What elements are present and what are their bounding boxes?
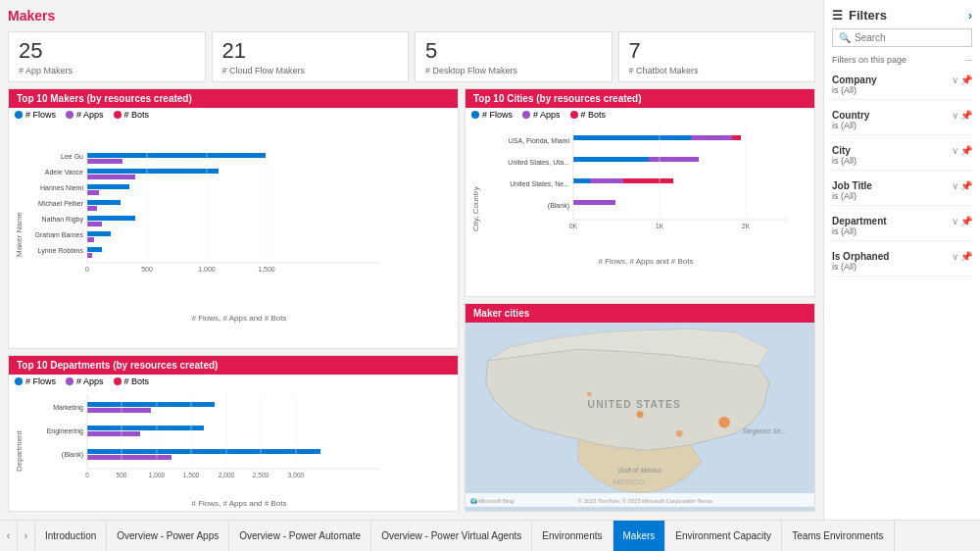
- filter-jobtitle[interactable]: Job Title ∨ 📌 is (All): [832, 176, 972, 206]
- svg-rect-57: [732, 135, 741, 140]
- svg-text:🌍 Microsoft Bing: 🌍 Microsoft Bing: [470, 497, 514, 505]
- svg-text:USA, Florida, Miami: USA, Florida, Miami: [509, 137, 570, 144]
- main-area: Makers 25 # App Makers 21 # Cloud Flow M…: [0, 0, 980, 520]
- jobtitle-chevron-icon[interactable]: ∨: [952, 180, 958, 191]
- tab-environment-capacity[interactable]: Environment Capacity: [665, 521, 782, 551]
- charts-row: Top 10 Makers (by resources created) # F…: [8, 88, 815, 512]
- company-chevron-icon[interactable]: ∨: [952, 75, 958, 85]
- city-chevron-icon[interactable]: ∨: [952, 145, 958, 156]
- tab-introduction[interactable]: Introduction: [35, 521, 107, 551]
- country-pin-icon[interactable]: 📌: [960, 110, 972, 121]
- dept-x-label: # Flows, # Apps and # Bots: [26, 499, 452, 508]
- kpi-desktop-number: 5: [425, 38, 602, 64]
- svg-rect-62: [573, 178, 590, 183]
- filter-collapse-icon[interactable]: ›: [968, 9, 972, 23]
- kpi-app-makers: 25 # App Makers: [8, 31, 206, 82]
- company-pin-icon[interactable]: 📌: [960, 75, 972, 85]
- legend-apps-label: # Apps: [76, 110, 104, 120]
- dept-pin-icon[interactable]: 📌: [960, 216, 972, 226]
- kpi-cloud-label: # Cloud Flow Makers: [222, 66, 399, 75]
- svg-text:Hannes Niemi: Hannes Niemi: [40, 184, 83, 191]
- dept-legend-bots-label: # Bots: [124, 376, 150, 386]
- cities-y-axis-label: City, Country: [471, 127, 483, 290]
- tab-overview-powerautomate[interactable]: Overview - Power Automate: [229, 521, 371, 551]
- tab-overview-pvagents[interactable]: Overview - Power Virtual Agents: [371, 521, 532, 551]
- svg-rect-17: [87, 237, 94, 242]
- flows-dot: [15, 111, 23, 119]
- filter-panel: ☰ Filters › 🔍 Filters on this page ··· C…: [823, 0, 980, 520]
- dept-bots-dot: [114, 377, 122, 385]
- legend-flows: # Flows: [15, 110, 56, 120]
- search-icon: 🔍: [839, 32, 851, 43]
- tab-environments[interactable]: Environments: [532, 521, 612, 551]
- svg-text:500: 500: [117, 472, 127, 478]
- cities-flows-dot: [471, 111, 479, 119]
- svg-text:Michael Peltier: Michael Peltier: [38, 200, 84, 207]
- svg-text:(Blank): (Blank): [548, 202, 569, 210]
- svg-rect-64: [623, 178, 673, 183]
- right-charts: Top 10 Cities (by resources created) # F…: [465, 88, 815, 512]
- svg-text:© 2023 TomTom; © 2023 Microsof: © 2023 TomTom; © 2023 Microsoft Corporat…: [578, 498, 712, 504]
- legend-bots: # Bots: [114, 110, 150, 120]
- tab-makers[interactable]: Makers: [613, 521, 666, 551]
- svg-rect-4: [87, 169, 219, 174]
- filter-orphaned[interactable]: Is Orphaned ∨ 📌 is (All): [832, 247, 972, 276]
- left-charts: Top 10 Makers (by resources created) # F…: [8, 88, 459, 512]
- nav-prev-arrow[interactable]: ‹: [0, 521, 18, 551]
- svg-text:United States, Ne...: United States, Ne...: [510, 180, 569, 187]
- svg-text:2K: 2K: [742, 223, 751, 229]
- svg-rect-20: [87, 253, 92, 258]
- kpi-app-makers-number: 25: [19, 38, 195, 64]
- svg-text:Adele Vance: Adele Vance: [45, 169, 83, 175]
- svg-rect-5: [87, 175, 135, 179]
- cities-legend: # Flows # Apps # Bots: [466, 108, 814, 122]
- svg-point-80: [676, 430, 683, 437]
- svg-rect-8: [87, 190, 99, 195]
- dept-bars: Marketing Engineering (Blank): [26, 394, 452, 508]
- svg-rect-66: [573, 200, 615, 205]
- svg-rect-16: [87, 231, 111, 236]
- svg-text:2,500: 2,500: [253, 472, 270, 478]
- svg-point-79: [637, 411, 644, 418]
- svg-text:2,000: 2,000: [219, 472, 235, 478]
- cities-legend-apps-label: # Apps: [533, 110, 561, 120]
- maker-cities-header: Maker cities: [466, 304, 814, 323]
- filter-company[interactable]: Company ∨ 📌 is (All): [832, 71, 972, 100]
- svg-rect-59: [573, 157, 649, 162]
- svg-rect-34: [87, 426, 204, 430]
- svg-text:1,000: 1,000: [198, 266, 216, 273]
- nav-next-arrow[interactable]: ›: [18, 521, 35, 551]
- country-chevron-icon[interactable]: ∨: [952, 110, 958, 121]
- bots-dot: [114, 111, 122, 119]
- dept-legend-bots: # Bots: [114, 376, 150, 386]
- dept-legend: # Flows # Apps # Bots: [9, 375, 458, 388]
- kpi-chatbot-label: # Chatbot Makers: [629, 66, 806, 75]
- filter-country[interactable]: Country ∨ 📌 is (All): [832, 106, 972, 135]
- dept-legend-apps-label: # Apps: [76, 376, 104, 386]
- dept-chevron-icon[interactable]: ∨: [952, 216, 958, 226]
- makers-bar-chart: Lee Gu Adele Vance Hannes Niemi Michael …: [26, 147, 452, 275]
- makers-y-axis-label: Maker Name: [15, 127, 26, 342]
- kpi-row: 25 # App Makers 21 # Cloud Flow Makers 5…: [8, 31, 815, 82]
- tab-teams-environments[interactable]: Teams Environments: [782, 521, 894, 551]
- svg-text:Sargasso Se...: Sargasso Se...: [742, 427, 786, 435]
- tab-overview-powerapps[interactable]: Overview - Power Apps: [107, 521, 229, 551]
- orphaned-pin-icon[interactable]: 📌: [960, 251, 972, 262]
- svg-text:Nathan Rigby: Nathan Rigby: [42, 216, 84, 224]
- filter-city[interactable]: City ∨ 📌 is (All): [832, 141, 972, 171]
- search-input[interactable]: [855, 32, 965, 43]
- kpi-chatbot-makers: 7 # Chatbot Makers: [618, 31, 816, 82]
- city-pin-icon[interactable]: 📌: [960, 145, 972, 156]
- svg-rect-2: [87, 159, 122, 164]
- svg-point-78: [718, 417, 729, 427]
- orphaned-chevron-icon[interactable]: ∨: [952, 251, 958, 262]
- svg-text:UNITED STATES: UNITED STATES: [588, 399, 681, 410]
- page-title: Makers: [8, 8, 815, 24]
- legend-apps: # Apps: [66, 110, 104, 120]
- svg-text:(Blank): (Blank): [62, 451, 83, 459]
- svg-text:Lee Gu: Lee Gu: [61, 153, 83, 160]
- kpi-chatbot-number: 7: [629, 38, 806, 64]
- jobtitle-pin-icon[interactable]: 📌: [960, 180, 972, 191]
- filter-department[interactable]: Department ∨ 📌 is (All): [832, 212, 972, 241]
- svg-rect-55: [573, 135, 691, 140]
